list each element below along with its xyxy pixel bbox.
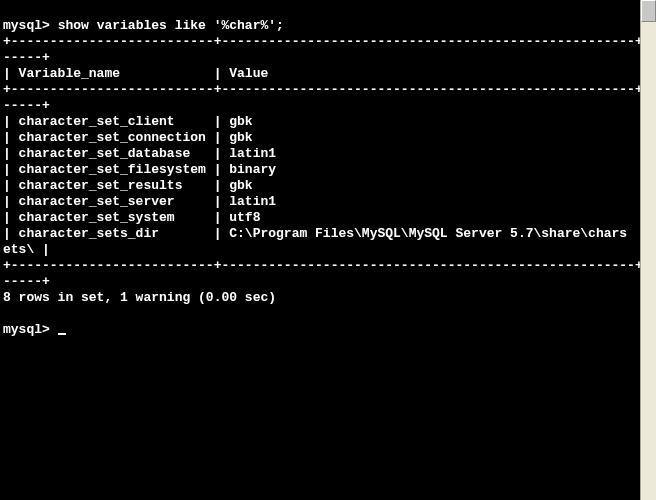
table-border-bottom: +--------------------------+------------… — [3, 258, 640, 273]
table-row: | character_set_filesystem | binary | — [3, 162, 640, 177]
prompt: mysql> — [3, 322, 50, 337]
sql-command: show variables like '%char%'; — [58, 18, 284, 33]
table-row: | character_set_server | latin1 | — [3, 194, 640, 209]
mysql-terminal[interactable]: mysql> show variables like '%char%'; +--… — [0, 0, 640, 500]
table-border-mid-wrap: -----+ — [3, 98, 50, 113]
table-row: | character_set_connection | gbk | — [3, 130, 640, 145]
table-border-top-wrap: -----+ — [3, 50, 50, 65]
table-row: | character_set_database | latin1 | — [3, 146, 640, 161]
table-row: | character_set_results | gbk | — [3, 178, 640, 193]
table-row: | character_set_client | gbk | — [3, 114, 640, 129]
table-border-top: +--------------------------+------------… — [3, 34, 640, 49]
table-row: | character_sets_dir | C:\Program Files\… — [3, 226, 627, 241]
table-header: | Variable_name | Value | — [3, 66, 640, 81]
scroll-thumb[interactable] — [641, 0, 656, 22]
result-summary: 8 rows in set, 1 warning (0.00 sec) — [3, 290, 276, 305]
table-border-mid: +--------------------------+------------… — [3, 82, 640, 97]
table-row-wrap: ets\ | — [3, 242, 50, 257]
prompt: mysql> — [3, 18, 50, 33]
table-row: | character_set_system | utf8 | — [3, 210, 640, 225]
table-border-bottom-wrap: -----+ — [3, 274, 50, 289]
vertical-scrollbar[interactable] — [640, 0, 656, 500]
cursor — [58, 333, 66, 335]
